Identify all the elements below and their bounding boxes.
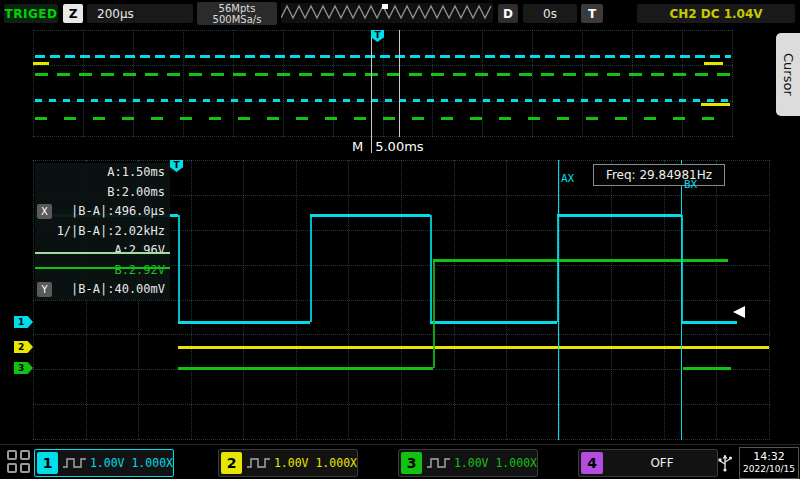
trace-ch1: [35, 55, 731, 58]
trace-edge-ch1: [310, 215, 312, 322]
gridline: [582, 30, 583, 137]
trace-ch1: [681, 321, 737, 324]
cursor-bx-line[interactable]: [681, 160, 682, 440]
y-cursor-line: [35, 252, 170, 254]
channel-1-box[interactable]: 1 1.00V 1.000X: [34, 449, 174, 477]
trace-ch2: [704, 62, 723, 65]
gridline: [33, 30, 34, 137]
gridline: [283, 30, 284, 137]
channel-4-box[interactable]: 4 OFF: [578, 449, 718, 477]
gridline: [83, 30, 84, 137]
menu-grid-square: [20, 463, 30, 473]
trace-ch3: [35, 117, 731, 120]
horizontal-delay-readout[interactable]: 0s: [523, 4, 577, 23]
channel-1-setting: 1.00V 1.000X: [90, 456, 173, 470]
waveform-icon: [426, 456, 451, 470]
channel-4-badge: 4: [581, 452, 603, 474]
sample-rate: 500MSa/s: [213, 14, 262, 25]
trace-edge-ch3: [433, 260, 435, 368]
usb-icon: [716, 451, 734, 473]
gridline: [33, 160, 770, 161]
preview-position-marker: [382, 4, 388, 9]
trace-ch2: [33, 62, 49, 65]
channel-3-position-tag[interactable]: 3: [14, 362, 33, 374]
gridline: [732, 30, 733, 137]
acquisition-info: 56Mpts 500MSa/s: [197, 2, 277, 25]
cursor-readout-box: A:1.50msB:2.00ms|B-A|:496.0µs1/|B-A|:2.0…: [35, 163, 170, 300]
gridline: [183, 30, 184, 137]
trigger-level-arrow[interactable]: [733, 306, 745, 318]
gridline: [383, 30, 384, 137]
channel-2-box[interactable]: 2 1.00V 1.000X: [218, 449, 358, 477]
trace-ch2: [701, 103, 730, 106]
waveform-icon: [62, 456, 87, 470]
trace-ch3: [683, 367, 731, 370]
trace-ch1: [430, 321, 557, 324]
cursor-readout-row: A:1.50ms: [35, 163, 170, 183]
channel-3-box[interactable]: 3 1.00V 1.000X: [398, 449, 538, 477]
trace-ch3: [35, 73, 731, 76]
cursor-readout-row: A:2.96V: [35, 241, 170, 261]
trace-ch1: [35, 99, 731, 102]
channel-2-badge: 2: [221, 452, 242, 474]
trace-ch3: [433, 259, 728, 262]
gridline: [133, 30, 134, 137]
top-status-bar: TRIGED Z 200µs 56Mpts 500MSa/s D 0s T CH…: [0, 0, 800, 26]
trigger-source-info[interactable]: CH2 DC 1.04V: [637, 4, 795, 23]
gridline: [682, 30, 683, 137]
bottom-status-bar: 1 1.00V 1.000X 2 1.00V 1.000X 3 1.00V 1.…: [0, 444, 800, 479]
zoom-window-right-line[interactable]: [399, 30, 400, 137]
trigger-menu-button[interactable]: T: [581, 4, 603, 23]
gridline: [33, 439, 770, 440]
gridline: [482, 30, 483, 137]
zoom-overview-panel: [33, 30, 733, 137]
cursor-ax-line[interactable]: [558, 160, 559, 440]
cursor-readout-rows: A:1.50msB:2.00ms|B-A|:496.0µs1/|B-A|:2.0…: [35, 163, 170, 300]
menu-grid-square: [7, 463, 17, 473]
y-cursor-group-label: Y: [37, 282, 52, 297]
trace-edge-ch1: [178, 215, 180, 322]
trace-ch1: [557, 214, 681, 217]
memory-depth: 56Mpts: [219, 3, 256, 14]
gridline: [33, 404, 770, 405]
trace-edge-ch1: [430, 215, 432, 322]
channel-4-setting: OFF: [607, 456, 717, 470]
zoom-button[interactable]: Z: [63, 4, 83, 23]
channel-2-position-tag[interactable]: 2: [14, 341, 33, 353]
gridline: [33, 136, 733, 137]
frequency-counter: Freq: 29.84981Hz: [593, 164, 725, 186]
zoom-window-left-line[interactable]: [371, 30, 372, 153]
oscilloscope-screen: TRIGED Z 200µs 56Mpts 500MSa/s D 0s T CH…: [0, 0, 800, 479]
gridline: [432, 30, 433, 137]
menu-grid-square: [20, 450, 30, 460]
cursor-bx-label: BX: [684, 178, 697, 191]
time-readout: 14:32: [753, 450, 785, 463]
cursor-readout-row: |B-A|:496.0µs: [35, 202, 170, 222]
waveform-icon: [246, 456, 271, 470]
cursor-readout-row: 1/|B-A|:2.02kHz: [35, 222, 170, 242]
gridline: [33, 300, 770, 301]
date-readout: 2022/10/15: [743, 463, 795, 476]
cursor-menu-tab[interactable]: Cursor: [776, 33, 800, 116]
cursor-readout-row: B:2.92V: [35, 261, 170, 281]
gridline: [233, 30, 234, 137]
trace-ch3: [178, 367, 433, 370]
cursor-readout-row: B:2.00ms: [35, 183, 170, 203]
main-timebase-value: 5.00ms: [375, 139, 423, 154]
cursor-ax-label: AX: [561, 172, 574, 185]
trigger-status-badge: TRIGED: [4, 4, 58, 23]
channel-1-badge: 1: [37, 452, 58, 474]
gridline: [33, 334, 770, 335]
clock-box: 14:32 2022/10/15: [739, 447, 799, 479]
menu-grid-icon[interactable]: [7, 450, 31, 474]
y-cursor-line: [35, 267, 170, 269]
trace-ch1: [178, 321, 310, 324]
x-cursor-group-label: X: [37, 204, 52, 219]
gridline: [333, 30, 334, 137]
record-preview-strip[interactable]: [281, 3, 493, 23]
delay-button[interactable]: D: [498, 4, 518, 23]
channel-1-position-tag[interactable]: 1: [14, 316, 33, 328]
zoom-timebase-readout[interactable]: 200µs: [87, 4, 193, 23]
channel-3-badge: 3: [401, 452, 422, 474]
main-timebase-prefix: M: [352, 139, 363, 154]
